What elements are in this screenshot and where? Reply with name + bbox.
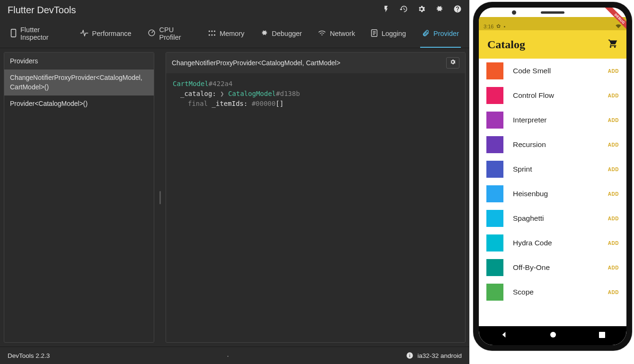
catalog-row: InterpreterADD xyxy=(479,108,626,132)
catalog-row: Off-By-OneADD xyxy=(479,255,626,280)
catalog-row: RecursionADD xyxy=(479,132,626,157)
pulse-icon xyxy=(80,30,88,38)
catalog-list[interactable]: Code SmellADDControl FlowADDInterpreterA… xyxy=(479,59,626,326)
item-name: Hydra Code xyxy=(513,239,599,247)
phone-hardware-top xyxy=(479,8,626,17)
cart-icon[interactable] xyxy=(608,38,618,51)
add-button[interactable]: ADD xyxy=(608,93,619,98)
tab-memory[interactable]: Memory xyxy=(206,22,246,48)
detail-panel: ChangeNotifierProxyProvider<CatalogModel… xyxy=(166,52,466,343)
svg-point-5 xyxy=(209,34,210,35)
nav-home-icon[interactable] xyxy=(550,331,556,340)
add-button[interactable]: ADD xyxy=(608,69,619,74)
panel-settings-icon[interactable] xyxy=(446,57,459,69)
providers-panel-title: Providers xyxy=(4,52,154,69)
panel-splitter[interactable] xyxy=(158,52,162,343)
nav-recent-icon[interactable] xyxy=(599,331,605,340)
add-button[interactable]: ADD xyxy=(608,265,619,270)
tab-network[interactable]: Network xyxy=(316,22,357,48)
svg-point-9 xyxy=(550,332,556,338)
dots-icon xyxy=(208,30,216,38)
field-row[interactable]: final _itemIds: #00000[] xyxy=(173,99,458,109)
target-info: ia32-32 android xyxy=(406,352,462,359)
color-swatch xyxy=(486,62,503,79)
tab-label: Provider xyxy=(433,30,459,37)
item-name: Control Flow xyxy=(513,91,599,100)
footer-dot: · xyxy=(227,352,229,359)
status-settings-icon: ✿ xyxy=(496,23,501,29)
field-row[interactable]: _catalog: ❯ CatalogModel#d138b xyxy=(173,89,458,99)
add-button[interactable]: ADD xyxy=(608,167,619,172)
item-name: Code Smell xyxy=(513,67,599,75)
tab-label: Flutter Inspector xyxy=(20,26,64,41)
add-button[interactable]: ADD xyxy=(608,241,619,246)
tab-debugger[interactable]: Debugger xyxy=(259,22,304,48)
catalog-row: SpaghettiADD xyxy=(479,206,626,231)
svg-point-3 xyxy=(211,30,213,32)
item-name: Sprint xyxy=(513,165,599,173)
svg-rect-0 xyxy=(11,29,16,36)
tab-performance[interactable]: Performance xyxy=(78,22,133,48)
phone-frame: 3:16 ✿ • DEBUG Catalog Code SmellADDCont… xyxy=(473,2,632,351)
detail-panel-title: ChangeNotifierProxyProvider<CatalogModel… xyxy=(172,59,340,67)
help-icon[interactable] xyxy=(453,5,462,16)
svg-point-4 xyxy=(214,30,215,32)
tab-label: Debugger xyxy=(272,30,302,37)
phone-icon xyxy=(10,29,17,39)
devtools-window: Flutter DevTools Flutter InspectorPerfor… xyxy=(0,0,469,364)
settings-icon[interactable] xyxy=(417,5,426,16)
bug-icon[interactable] xyxy=(435,5,444,16)
catalog-row: SprintADD xyxy=(479,157,626,182)
status-wifi-icon xyxy=(615,24,622,29)
header-actions xyxy=(382,5,462,16)
tab-logging[interactable]: Logging xyxy=(369,22,408,48)
color-swatch xyxy=(486,136,503,153)
svg-rect-10 xyxy=(599,332,605,338)
item-name: Recursion xyxy=(513,140,599,149)
tab-label: Logging xyxy=(381,30,406,37)
item-name: Scope xyxy=(513,288,599,296)
nav-back-icon[interactable] xyxy=(500,331,508,340)
catalog-row: Code SmellADD xyxy=(479,59,626,83)
wifi-icon xyxy=(318,30,326,38)
catalog-row: HeisenbugADD xyxy=(479,182,626,206)
phone-screen: 3:16 ✿ • DEBUG Catalog Code SmellADDCont… xyxy=(479,8,626,345)
provider-item[interactable]: Provider<CatalogModel>() xyxy=(4,95,154,113)
tab-label: Network xyxy=(330,30,355,37)
root-hash: #422a4 xyxy=(209,80,233,87)
color-swatch xyxy=(486,87,503,104)
app-bar: Catalog xyxy=(479,30,626,59)
status-bar: 3:16 ✿ • xyxy=(479,17,626,30)
history-icon[interactable] xyxy=(399,5,408,16)
devtools-body: Providers ChangeNotifierProxyProvider<Ca… xyxy=(0,48,469,347)
tab-cpu-profiler[interactable]: CPU Profiler xyxy=(146,22,194,48)
svg-point-2 xyxy=(209,30,210,32)
add-button[interactable]: ADD xyxy=(608,191,619,197)
status-dot-icon: • xyxy=(503,24,505,29)
tab-label: Performance xyxy=(92,30,132,37)
add-button[interactable]: ADD xyxy=(608,142,619,147)
provider-item[interactable]: ChangeNotifierProxyProvider<CatalogModel… xyxy=(4,69,154,95)
add-button[interactable]: ADD xyxy=(608,118,619,123)
flash-icon[interactable] xyxy=(382,5,390,16)
android-nav-bar xyxy=(479,326,626,345)
bug-icon xyxy=(261,29,268,38)
gauge-icon xyxy=(148,29,156,38)
root-type[interactable]: CartModel xyxy=(173,80,209,87)
tab-label: Memory xyxy=(220,30,244,37)
add-button[interactable]: ADD xyxy=(608,216,619,221)
providers-panel: Providers ChangeNotifierProxyProvider<Ca… xyxy=(4,52,154,343)
catalog-row: ScopeADD xyxy=(479,280,626,304)
add-button[interactable]: ADD xyxy=(608,290,619,295)
tab-flutter-inspector[interactable]: Flutter Inspector xyxy=(9,22,66,48)
status-time: 3:16 xyxy=(484,24,493,29)
color-swatch xyxy=(486,112,503,129)
tab-label: CPU Profiler xyxy=(159,26,193,41)
svg-point-6 xyxy=(211,34,213,35)
catalog-row: Control FlowADD xyxy=(479,83,626,108)
color-swatch xyxy=(486,161,503,178)
item-name: Heisenbug xyxy=(513,190,599,198)
color-swatch xyxy=(486,284,503,301)
item-name: Interpreter xyxy=(513,116,599,124)
tab-provider[interactable]: Provider xyxy=(420,22,461,48)
